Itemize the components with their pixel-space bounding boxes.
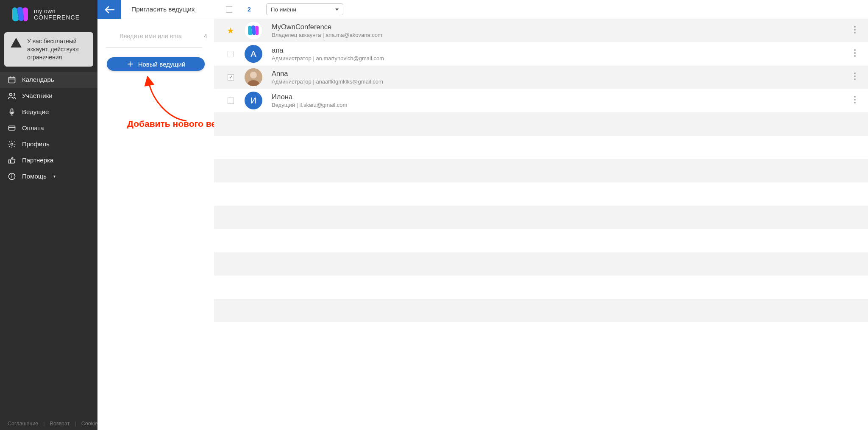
svg-point-20 bbox=[854, 96, 856, 98]
host-row[interactable]: AnnaАдминистратор | anaalfkfgmklks@gmail… bbox=[214, 66, 868, 89]
sidebar-item-label: Ведущие bbox=[22, 108, 49, 115]
sidebar-item-participants[interactable]: Участники bbox=[0, 88, 97, 104]
select-all-checkbox[interactable] bbox=[226, 6, 232, 13]
sort-dropdown[interactable]: По имени bbox=[266, 3, 343, 15]
svg-rect-3 bbox=[11, 109, 13, 112]
new-host-button-label: Новый ведущий bbox=[138, 61, 186, 68]
sidebar-item-label: Оплата bbox=[22, 124, 44, 131]
row-menu-button[interactable] bbox=[851, 23, 859, 38]
svg-point-5 bbox=[11, 143, 13, 145]
host-row[interactable]: ★MyOwnConferenceВладелец аккаунта | ana.… bbox=[214, 19, 868, 42]
svg-point-10 bbox=[854, 32, 856, 34]
sidebar-item-profile[interactable]: Профиль bbox=[0, 136, 97, 152]
svg-point-8 bbox=[854, 26, 856, 28]
thumbs-up-icon bbox=[8, 156, 16, 165]
search-input[interactable] bbox=[120, 33, 200, 39]
sidebar-item-calendar[interactable]: Календарь bbox=[0, 72, 97, 88]
middle-panel: Пригласить ведущих 4 Новый ведущий bbox=[97, 0, 214, 430]
sort-selected-label: По имени bbox=[271, 6, 296, 13]
host-row[interactable]: AanaАдминистратор | an.martynovich@gmail… bbox=[214, 42, 868, 66]
row-menu-button[interactable] bbox=[851, 46, 859, 61]
empty-row bbox=[214, 112, 868, 136]
logo-mark-icon bbox=[11, 6, 30, 22]
row-checkbox[interactable] bbox=[228, 98, 234, 104]
annotation-arrow-icon bbox=[127, 76, 203, 127]
sidebar-item-label: Участники bbox=[22, 92, 53, 99]
empty-row bbox=[214, 159, 868, 182]
host-meta: Владелец аккаунта | ana.ma@akovana.com bbox=[272, 32, 382, 38]
sidebar-item-hosts[interactable]: Ведущие bbox=[0, 104, 97, 120]
svg-point-18 bbox=[854, 75, 856, 77]
logo-text-2: CONFERENCE bbox=[34, 14, 80, 21]
search-row: 4 bbox=[106, 24, 202, 48]
avatar: И bbox=[245, 92, 262, 109]
sidebar: my own CONFERENCE У вас бесплатный аккау… bbox=[0, 0, 97, 430]
chevron-down-icon: ▾ bbox=[53, 174, 56, 179]
sidebar-item-label: Профиль bbox=[22, 140, 50, 148]
nav: Календарь Участники Ведущие Оплата Профи… bbox=[0, 72, 97, 184]
svg-rect-1 bbox=[9, 77, 15, 83]
account-warning[interactable]: У вас бесплатный аккаунт, действуют огра… bbox=[4, 32, 93, 67]
plus-icon bbox=[126, 60, 134, 68]
sidebar-item-affiliate[interactable]: Партнерка bbox=[0, 152, 97, 168]
search-count: 4 bbox=[204, 33, 207, 39]
back-button[interactable] bbox=[97, 0, 121, 19]
sidebar-item-label: Партнерка bbox=[22, 156, 53, 164]
avatar bbox=[245, 22, 262, 39]
svg-point-0 bbox=[16, 45, 17, 46]
sidebar-item-label: Помощь bbox=[22, 173, 47, 180]
host-meta: Администратор | an.martynovich@gmail.com bbox=[272, 55, 384, 61]
host-name: Илона bbox=[272, 93, 347, 101]
info-icon bbox=[8, 172, 16, 181]
footer-refund[interactable]: Возврат bbox=[50, 421, 70, 427]
kebab-icon bbox=[854, 95, 856, 104]
host-name: ana bbox=[272, 46, 384, 54]
sidebar-item-label: Календарь bbox=[22, 76, 54, 83]
logo: my own CONFERENCE bbox=[0, 0, 97, 29]
host-name: Anna bbox=[272, 70, 383, 78]
card-icon bbox=[8, 124, 16, 132]
svg-point-2 bbox=[10, 93, 12, 95]
account-warning-text: У вас бесплатный аккаунт, действуют огра… bbox=[27, 37, 87, 61]
list-header: 2 По имени bbox=[214, 0, 868, 19]
arrow-left-icon bbox=[104, 6, 114, 14]
svg-point-22 bbox=[854, 102, 856, 103]
footer-links: Соглашение | Возврат | Cookies bbox=[0, 421, 97, 427]
sidebar-item-help[interactable]: Помощь ▾ bbox=[0, 168, 97, 184]
svg-point-12 bbox=[854, 52, 856, 54]
kebab-icon bbox=[854, 25, 856, 34]
empty-row bbox=[214, 299, 868, 322]
row-checkbox[interactable] bbox=[228, 51, 234, 57]
svg-point-19 bbox=[854, 78, 856, 80]
row-menu-button[interactable] bbox=[851, 70, 859, 85]
svg-point-16 bbox=[250, 72, 257, 78]
svg-point-17 bbox=[854, 73, 856, 74]
svg-point-11 bbox=[854, 49, 856, 51]
avatar bbox=[245, 68, 262, 86]
warning-icon bbox=[10, 37, 22, 49]
host-list-panel: 2 По имени ★MyOwnConferenceВладелец акка… bbox=[214, 0, 868, 430]
empty-row bbox=[214, 182, 868, 206]
empty-row bbox=[214, 136, 868, 159]
star-icon: ★ bbox=[227, 25, 234, 36]
host-meta: Ведущий | il.skarz@gmail.com bbox=[272, 102, 347, 108]
logo-text-1: my own bbox=[34, 8, 80, 14]
svg-point-13 bbox=[854, 55, 856, 57]
row-menu-button[interactable] bbox=[851, 93, 859, 108]
new-host-button[interactable]: Новый ведущий bbox=[107, 57, 205, 71]
footer-agreement[interactable]: Соглашение bbox=[8, 421, 38, 427]
gear-icon bbox=[8, 140, 16, 148]
list-count: 2 bbox=[248, 6, 251, 13]
host-row[interactable]: ИИлонаВедущий | il.skarz@gmail.com bbox=[214, 89, 868, 112]
sidebar-item-payment[interactable]: Оплата bbox=[0, 120, 97, 136]
avatar: A bbox=[245, 45, 262, 63]
svg-point-21 bbox=[854, 99, 856, 101]
empty-row bbox=[214, 252, 868, 276]
mic-icon bbox=[8, 108, 16, 116]
empty-row bbox=[214, 229, 868, 252]
kebab-icon bbox=[854, 49, 856, 57]
host-meta: Администратор | anaalfkfgmklks@gmail.com bbox=[272, 78, 383, 85]
svg-point-9 bbox=[854, 29, 856, 31]
host-name: MyOwnConference bbox=[272, 23, 382, 31]
row-checkbox[interactable] bbox=[228, 74, 234, 81]
